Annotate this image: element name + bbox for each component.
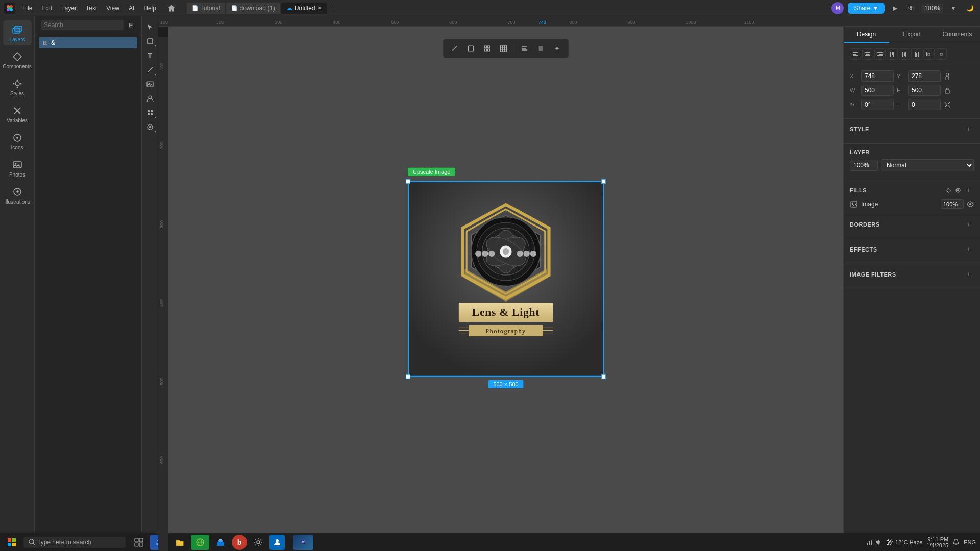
lock-icon[interactable] [944, 87, 951, 94]
menu-edit[interactable]: Edit [37, 3, 56, 13]
fill-opacity-input[interactable] [941, 199, 964, 209]
align-left-btn[interactable] [850, 48, 861, 60]
sidebar-item-styles[interactable]: Styles [3, 74, 32, 99]
weather-text: 12°C Haze [895, 539, 922, 545]
tab-export[interactable]: Export [889, 27, 935, 43]
handle-bl[interactable] [406, 374, 410, 379]
handle-tl[interactable] [406, 179, 410, 184]
tab-close-icon[interactable]: ✕ [317, 5, 322, 11]
network-icon[interactable] [866, 539, 873, 546]
menu-ai[interactable]: AI [125, 3, 138, 13]
w-input[interactable] [861, 85, 894, 96]
taskbar-app-blue[interactable] [270, 535, 285, 550]
fills-reset-icon[interactable] [945, 187, 952, 194]
menu-layer[interactable]: Layer [57, 3, 81, 13]
menu-text[interactable]: Text [82, 3, 101, 13]
taskbar-app-settings[interactable] [249, 535, 267, 550]
start-button[interactable] [4, 535, 19, 550]
tab-download[interactable]: 📄 download (1) [226, 3, 280, 14]
sidebar-item-variables[interactable]: Variables [3, 102, 32, 127]
weather-widget[interactable]: 🌫 12°C Haze [886, 538, 922, 546]
layers-search-input[interactable] [41, 20, 124, 30]
fills-add-btn[interactable]: + [964, 185, 974, 195]
sidebar-item-components[interactable]: Components [3, 47, 32, 72]
handle-tr[interactable] [601, 179, 606, 184]
present-icon[interactable]: ▶ [889, 2, 901, 14]
menu-help[interactable]: Help [139, 3, 160, 13]
tool-component[interactable] [143, 106, 157, 119]
grid-tool-btn[interactable] [480, 41, 495, 56]
align-tool-btn[interactable] [518, 41, 532, 56]
tool-avatar[interactable] [143, 92, 157, 105]
fill-visible-icon[interactable] [967, 201, 974, 208]
tool-annotation[interactable] [143, 120, 157, 134]
share-button[interactable]: Share ▼ [848, 3, 885, 14]
pen-tool-btn[interactable] [448, 41, 462, 56]
corner-input[interactable] [908, 99, 941, 110]
taskbar-app-taskview[interactable] [130, 535, 148, 550]
x-input[interactable] [861, 70, 894, 82]
handle-br[interactable] [601, 374, 606, 379]
borders-add-btn[interactable]: + [964, 219, 974, 230]
h-input[interactable] [908, 85, 941, 96]
grid2-tool-btn[interactable] [497, 41, 511, 56]
filter-icon[interactable]: ⊟ [126, 19, 137, 31]
blend-mode-select[interactable]: Normal Multiply Screen Overlay [881, 159, 974, 171]
sound-icon[interactable] [875, 539, 882, 546]
resize-icon[interactable] [944, 101, 951, 108]
style-add-btn[interactable]: + [964, 124, 974, 134]
image-filters-add-btn[interactable]: + [964, 269, 974, 280]
taskbar-app-browser[interactable] [191, 535, 209, 550]
rotation-input[interactable] [861, 99, 894, 110]
sidebar-item-illustrations[interactable]: Illustrations [3, 183, 32, 208]
taskbar-app-store[interactable] [211, 535, 230, 550]
opacity-input[interactable] [850, 160, 878, 171]
sidebar-item-layers[interactable]: Layers [3, 20, 32, 45]
align-right-btn[interactable] [874, 48, 886, 60]
taskbar-app-red[interactable]: b [232, 535, 247, 550]
distribute-v-btn[interactable] [936, 48, 947, 60]
select-tool-btn[interactable] [464, 41, 478, 56]
notification-icon[interactable] [952, 538, 960, 546]
distribute-h-btn[interactable] [923, 48, 935, 60]
upscale-badge[interactable]: Upscale Image [408, 168, 455, 176]
add-tab-button[interactable]: + [328, 3, 339, 14]
tool-image[interactable] [143, 78, 157, 91]
fills-visible-icon[interactable] [954, 187, 962, 194]
sidebar-item-photos[interactable]: Photos [3, 156, 32, 181]
align-middle-btn[interactable] [899, 48, 910, 60]
desktop-preview[interactable]: 🌌 [293, 535, 313, 550]
taskbar-app-fileexplorer[interactable] [170, 535, 189, 550]
tool-frame[interactable] [143, 35, 157, 48]
tab-design[interactable]: Design [844, 27, 889, 43]
zoom-dropdown-icon[interactable]: ▼ [947, 2, 960, 14]
taskbar-search[interactable]: Type here to search [23, 537, 126, 548]
zoom-level[interactable]: 100% [921, 4, 943, 13]
top-bar-right: M Share ▼ ▶ 👁 100% ▼ 🌙 [831, 2, 976, 14]
align-top-btn[interactable] [887, 48, 898, 60]
tool-move[interactable] [143, 20, 157, 34]
menu-view[interactable]: View [102, 3, 124, 13]
align-center-btn[interactable] [862, 48, 873, 60]
menu-file[interactable]: File [18, 3, 36, 13]
dark-mode-icon[interactable]: 🌙 [964, 2, 976, 14]
tab-untitled[interactable]: ☁ Untitled ✕ [281, 3, 327, 14]
effects-add-btn[interactable]: + [964, 244, 974, 255]
image-selection-container[interactable]: Lens & Light Photography [408, 181, 604, 377]
layer-item[interactable]: ⊞ & [39, 37, 137, 48]
viewers-icon[interactable]: 👁 [905, 2, 917, 14]
tab-tutorial[interactable]: 📄 Tutorial [187, 3, 226, 14]
sidebar-item-icons[interactable]: Icons [3, 129, 32, 154]
crop-tool-btn[interactable] [534, 41, 548, 56]
align-bottom-btn[interactable] [911, 48, 922, 60]
tool-text[interactable]: T [143, 49, 157, 62]
position-link-icon[interactable] [944, 72, 951, 80]
tool-pen[interactable] [143, 63, 157, 77]
tab-comments[interactable]: Comments [935, 27, 980, 43]
app-logo[interactable] [4, 3, 15, 14]
effects-tool-btn[interactable]: ✦ [550, 41, 565, 56]
home-icon[interactable] [165, 2, 178, 14]
canvas[interactable]: ✦ Upscale Image [168, 27, 843, 551]
svg-rect-120 [135, 538, 138, 542]
y-input[interactable] [908, 70, 941, 82]
